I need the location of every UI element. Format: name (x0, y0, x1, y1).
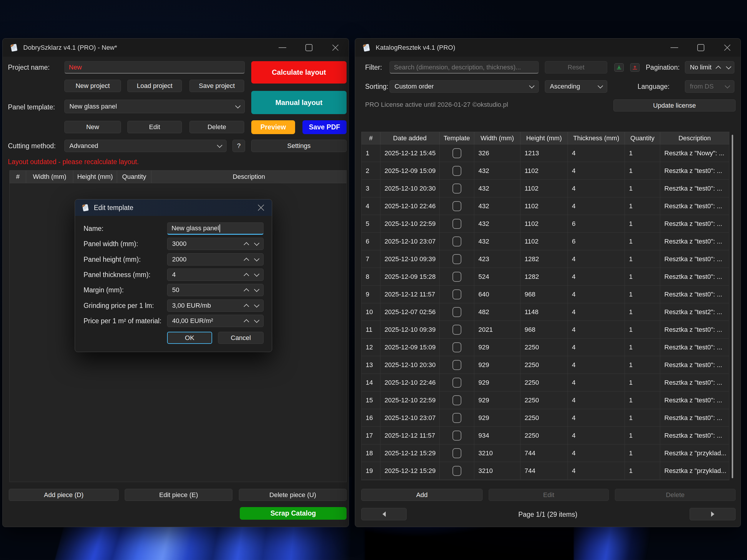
update-license-button[interactable]: Update license (613, 100, 736, 111)
spin-input[interactable]: 2000 (167, 253, 264, 266)
manual-layout-button[interactable]: Manual layout (251, 91, 346, 114)
spin-input[interactable]: 50 (167, 284, 264, 296)
minimize-button[interactable] (661, 38, 688, 57)
table-row[interactable]: 102025-12-07 02:56482114841Resztka z "te… (362, 303, 729, 321)
catalog-table-body[interactable]: 12025-12-12 15:45326121341Resztka z "Now… (361, 144, 729, 480)
col-template[interactable]: Template (440, 132, 474, 144)
spin-down-icon[interactable] (254, 256, 259, 261)
spin-input[interactable]: 40,00 EUR/m² (167, 315, 264, 327)
edit-piece-button[interactable]: Edit piece (E) (125, 489, 232, 501)
import-button[interactable] (614, 63, 624, 72)
table-row[interactable]: 72025-12-10 09:39423128241Resztka z "tes… (362, 250, 729, 268)
spin-input[interactable]: 4 (167, 269, 264, 281)
add-button[interactable]: Add (361, 489, 483, 501)
table-row[interactable]: 172025-12-12 11:57934225041Resztka z "te… (362, 427, 729, 445)
template-checkbox[interactable] (453, 395, 461, 405)
table-row[interactable]: 32025-12-10 20:30432110241Resztka z "tes… (362, 180, 729, 197)
col-number[interactable]: # (362, 132, 380, 144)
template-checkbox[interactable] (453, 254, 461, 264)
col-date-added[interactable]: Date added (380, 132, 440, 144)
language-select[interactable]: from DS (685, 80, 735, 92)
export-button[interactable] (630, 63, 640, 72)
spin-up-icon[interactable] (243, 273, 249, 278)
table-row[interactable]: 12025-12-12 15:45326121341Resztka z "Now… (362, 144, 729, 162)
template-checkbox[interactable] (453, 360, 461, 370)
template-checkbox[interactable] (453, 342, 461, 352)
table-row[interactable]: 162025-12-10 23:07929225041Resztka z "te… (362, 409, 729, 427)
template-checkbox[interactable] (453, 272, 461, 282)
table-row[interactable]: 122025-12-09 15:09929225041Resztka z "te… (362, 339, 729, 356)
cancel-button[interactable]: Cancel (218, 332, 264, 344)
table-row[interactable]: 42025-12-10 22:46432110241Resztka z "tes… (362, 197, 729, 215)
cutting-method-select[interactable]: Advanced (65, 140, 227, 152)
table-row[interactable]: 142025-12-10 22:46929225041Resztka z "te… (362, 374, 729, 392)
next-page-button[interactable] (690, 508, 736, 520)
spin-up-icon[interactable] (243, 319, 249, 324)
calculate-layout-button[interactable]: Calculate layout (251, 61, 346, 83)
add-piece-button[interactable]: Add piece (D) (9, 489, 119, 501)
col-height[interactable]: Height (mm) (73, 170, 117, 183)
table-row[interactable]: 132025-12-10 20:30929225041Resztka z "te… (362, 356, 729, 374)
template-checkbox[interactable] (453, 201, 461, 211)
name-input[interactable]: New glass panel (167, 222, 264, 235)
table-row[interactable]: 62025-12-10 23:07432110261Resztka z "tes… (362, 233, 729, 250)
spin-up-icon[interactable] (243, 242, 249, 247)
table-row[interactable]: 22025-12-09 15:09432110241Resztka z "tes… (362, 162, 729, 180)
settings-button[interactable]: Settings (251, 140, 346, 152)
table-row[interactable]: 52025-12-10 22:59432110261Resztka z "tes… (362, 215, 729, 233)
load-project-button[interactable]: Load project (127, 80, 182, 92)
table-row[interactable]: 182025-12-12 15:29321074441Resztka z "pr… (362, 445, 729, 462)
col-number[interactable]: # (10, 170, 26, 183)
template-checkbox[interactable] (453, 184, 461, 193)
scrap-catalog-button[interactable]: Scrap Catalog (240, 507, 346, 520)
right-titlebar[interactable]: KatalogResztek v4.1 (PRO) (355, 38, 741, 57)
template-checkbox[interactable] (453, 378, 461, 388)
delete-piece-button[interactable]: Delete piece (U) (239, 489, 346, 501)
new-project-button[interactable]: New project (65, 80, 121, 92)
maximize-button[interactable] (688, 38, 714, 57)
col-quantity[interactable]: Quantity (117, 170, 152, 183)
col-height[interactable]: Height (mm) (520, 132, 568, 144)
spin-up-icon[interactable] (243, 258, 249, 263)
spin-input[interactable]: 3,00 EUR/mb (167, 299, 264, 312)
spin-down-icon[interactable] (254, 317, 259, 323)
col-width[interactable]: Width (mm) (474, 132, 520, 144)
save-project-button[interactable]: Save project (189, 80, 244, 92)
template-delete-button[interactable]: Delete (189, 121, 244, 133)
maximize-button[interactable] (296, 38, 322, 57)
template-checkbox[interactable] (453, 307, 461, 317)
spin-down-icon[interactable] (254, 240, 259, 246)
template-checkbox[interactable] (453, 431, 461, 441)
table-row[interactable]: 82025-12-09 15:28524128241Resztka z "tes… (362, 268, 729, 286)
template-checkbox[interactable] (453, 166, 461, 176)
spin-input[interactable]: 3000 (167, 238, 264, 250)
project-name-input[interactable]: New (65, 61, 245, 74)
col-description[interactable]: Description (660, 132, 729, 144)
table-row[interactable]: 112025-12-10 09:39202196841Resztka z "te… (362, 321, 729, 339)
col-thickness[interactable]: Thickness (mm) (568, 132, 625, 144)
dialog-titlebar[interactable]: Edit template (75, 199, 272, 216)
preview-button[interactable]: Preview (251, 120, 295, 134)
left-titlebar[interactable]: DobrySzklarz v4.1 (PRO) - New* (3, 38, 349, 57)
reset-button[interactable]: Reset (545, 61, 607, 74)
close-button[interactable] (322, 38, 349, 57)
spin-down-icon[interactable] (254, 271, 259, 276)
col-quantity[interactable]: Quantity (625, 132, 660, 144)
table-row[interactable]: 152025-12-10 22:59929225041Resztka z "te… (362, 392, 729, 409)
vertical-scrollbar[interactable] (732, 135, 733, 478)
spin-down-icon[interactable] (726, 64, 731, 69)
template-edit-button[interactable]: Edit (127, 121, 182, 133)
help-button[interactable]: ? (232, 140, 245, 152)
template-checkbox[interactable] (453, 148, 461, 158)
col-width[interactable]: Width (mm) (26, 170, 73, 183)
close-button[interactable] (714, 38, 741, 57)
col-description[interactable]: Description (152, 170, 346, 183)
table-row[interactable]: 192025-12-12 15:29321074441Resztka z "pr… (362, 462, 729, 480)
template-checkbox[interactable] (453, 289, 461, 299)
sorting-select[interactable]: Custom order (389, 80, 539, 92)
edit-button[interactable]: Edit (489, 489, 609, 501)
direction-select[interactable]: Ascending (545, 80, 607, 92)
search-input[interactable]: Search (dimension, description, thicknes… (389, 61, 539, 74)
spin-down-icon[interactable] (254, 287, 259, 292)
template-checkbox[interactable] (453, 237, 461, 246)
